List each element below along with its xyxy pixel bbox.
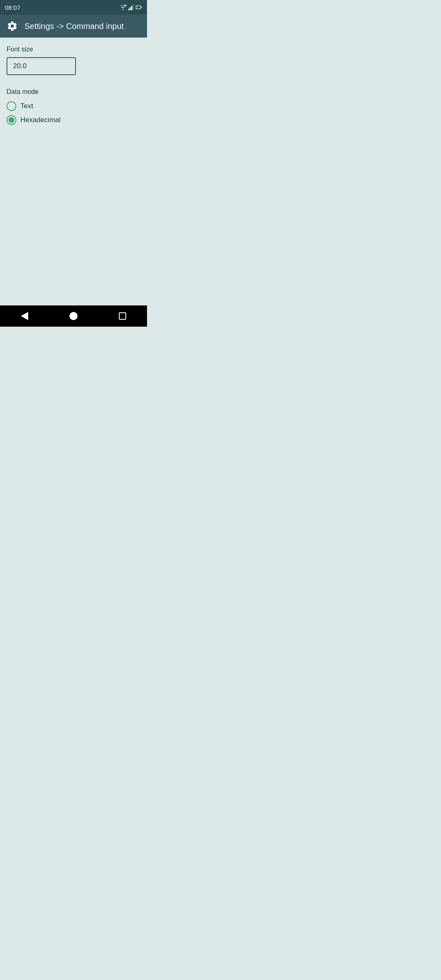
- svg-point-2: [122, 9, 124, 10]
- status-bar: 08:07: [0, 0, 147, 15]
- settings-icon: [7, 20, 18, 32]
- home-button[interactable]: [64, 306, 83, 326]
- content-area: Font size Data mode Text Hexadecimal: [0, 38, 147, 305]
- status-icons: [119, 4, 142, 10]
- svg-rect-6: [133, 4, 134, 10]
- wifi-off-icon: [119, 4, 127, 10]
- radio-hex-label: Hexadecimal: [20, 116, 60, 124]
- status-time: 08:07: [5, 4, 20, 11]
- app-bar: Settings -> Command input: [0, 15, 147, 38]
- recents-button[interactable]: [113, 306, 132, 326]
- back-icon: [21, 312, 28, 320]
- radio-text-label: Text: [20, 102, 33, 110]
- radio-text-circle[interactable]: [7, 101, 16, 111]
- svg-rect-9: [136, 6, 137, 8]
- home-icon: [69, 312, 78, 320]
- svg-rect-5: [131, 6, 132, 11]
- svg-rect-3: [128, 9, 129, 11]
- radio-hex-option[interactable]: Hexadecimal: [7, 115, 140, 125]
- svg-rect-4: [130, 7, 131, 10]
- data-mode-section: Data mode Text Hexadecimal: [7, 88, 140, 129]
- bottom-nav: [0, 305, 147, 327]
- signal-icon: [128, 4, 134, 10]
- app-bar-title: Settings -> Command input: [24, 22, 124, 31]
- recents-icon: [119, 312, 126, 320]
- radio-text-option[interactable]: Text: [7, 101, 140, 111]
- font-size-label: Font size: [7, 46, 140, 53]
- radio-hex-circle[interactable]: [7, 115, 16, 125]
- font-size-section: Font size: [7, 46, 140, 75]
- data-mode-label: Data mode: [7, 88, 140, 96]
- battery-icon: [136, 4, 142, 10]
- back-button[interactable]: [15, 306, 34, 326]
- font-size-input[interactable]: [7, 57, 76, 75]
- svg-rect-8: [141, 7, 142, 8]
